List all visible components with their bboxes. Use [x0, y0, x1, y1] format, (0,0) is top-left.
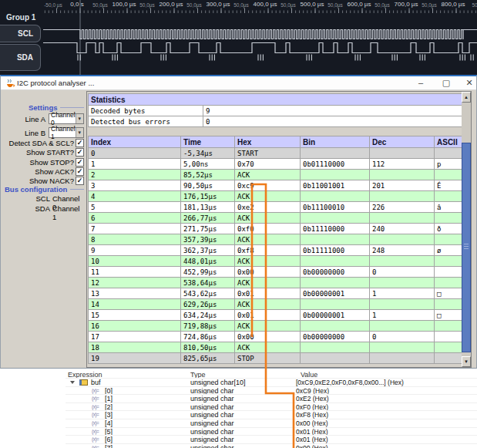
expressions-panel: Expression Type Value bufunsigned char[1…: [0, 369, 477, 448]
watch-row[interactable]: (x)=[6]unsigned char0x01 (Hex): [0, 436, 477, 443]
decoded-bytes-table[interactable]: IndexTimeHexBinDecASCII 0-5,34µsSTART15,…: [88, 136, 463, 364]
watch-value: 0xF0 (Hex): [296, 403, 328, 411]
column-header-hex[interactable]: Hex: [235, 136, 301, 148]
table-cell: 11: [89, 267, 181, 278]
watch-row[interactable]: (x)=[2]unsigned char0xF0 (Hex): [0, 403, 477, 411]
table-cell: [370, 299, 435, 310]
expand-chevron-icon[interactable]: [70, 381, 75, 384]
checkbox[interactable]: ✓: [76, 158, 84, 167]
array-icon: [79, 379, 88, 386]
table-row[interactable]: 14629,26µsACK: [89, 299, 463, 310]
ruler-major-label: 300,0 µs: [207, 1, 230, 8]
window-titlebar[interactable]: I2C protocol analyser ... – ▢ ✕: [1, 76, 476, 90]
table-row[interactable]: 15,00ns0x700b01110000112p: [89, 159, 463, 170]
table-cell: 14: [89, 299, 181, 310]
watch-type: unsigned char: [190, 419, 234, 427]
close-button[interactable]: ✕: [459, 77, 477, 89]
table-cell: ACK: [235, 213, 301, 224]
table-cell: 16: [89, 321, 181, 332]
minimize-button[interactable]: –: [411, 77, 431, 89]
table-row[interactable]: 0-5,34µsSTART: [89, 148, 463, 159]
watch-row[interactable]: (x)=[3]unsigned char0xF8 (Hex): [0, 411, 477, 419]
time-ruler[interactable]: 0,0 s100,0 µs200,0 µs300,0 µs400,0 µs500…: [0, 0, 477, 14]
table-cell: -5,34µs: [181, 148, 235, 159]
watch-type: unsigned char: [190, 403, 234, 411]
table-row[interactable]: 16719,88µsACK: [89, 321, 463, 332]
section-separator: [60, 107, 84, 108]
table-cell: 810,50µs: [181, 342, 235, 353]
checkbox[interactable]: ✓: [76, 177, 84, 185]
maximize-button[interactable]: ▢: [436, 77, 456, 89]
table-row[interactable]: 17724,86µs0x000b000000000: [89, 332, 463, 342]
table-cell: 176,15µs: [181, 191, 235, 202]
column-header-index[interactable]: Index: [89, 136, 181, 148]
variable-icon: (x)=: [92, 420, 99, 426]
checkbox[interactable]: ✓: [76, 139, 84, 147]
table-cell: [301, 234, 370, 245]
watch-row[interactable]: (x)=[7]unsigned char0x00 (Hex): [0, 444, 477, 448]
watch-type: unsigned char: [190, 428, 234, 436]
table-row[interactable]: 15634,24µs0x010b000000011□: [89, 310, 463, 321]
table-row[interactable]: 18810,50µsACK: [89, 342, 463, 353]
stat-label: Decoded bytes: [89, 106, 203, 116]
table-cell: 8: [89, 234, 181, 245]
i2c-analyser-window: I2C protocol analyser ... – ▢ ✕ Settings…: [0, 75, 477, 369]
column-header-time[interactable]: Time: [181, 136, 235, 148]
table-row[interactable]: 12538,64µsACK: [89, 278, 463, 288]
checkbox[interactable]: ✓: [76, 167, 84, 176]
table-row[interactable]: 10448,01µsACK: [89, 256, 463, 267]
channel-select[interactable]: Channel 1▼: [49, 127, 84, 138]
watch-value: 0xE2 (Hex): [296, 395, 329, 403]
ruler-major-label: 200,0 µs: [160, 1, 183, 8]
channel-select[interactable]: Channel 0▼: [49, 113, 84, 124]
line-select-row: Line BChannel 1▼: [1, 127, 84, 139]
table-row[interactable]: 390,50µs0xc90b11001001201É: [89, 180, 463, 191]
table-cell: [370, 234, 435, 245]
watch-row[interactable]: (x)=[5]unsigned char0x01 (Hex): [0, 428, 477, 436]
table-row[interactable]: 8357,39µsACK: [89, 234, 463, 245]
scroll-down-arrow-icon[interactable]: ▼: [462, 356, 471, 367]
watch-value: 0x00 (Hex): [296, 419, 328, 427]
table-cell: [301, 148, 370, 159]
table-cell: ACK: [235, 191, 301, 202]
group-label: Group 1: [6, 13, 35, 22]
column-header-bin[interactable]: Bin: [301, 136, 370, 148]
checkbox[interactable]: ✓: [76, 148, 84, 157]
scrollbar-thumb[interactable]: [462, 143, 471, 352]
table-cell: 17: [89, 332, 181, 342]
table-cell: [301, 342, 370, 353]
ruler-major-label: 0,0 s: [70, 1, 83, 8]
watch-expression-label: [4]: [105, 419, 113, 427]
table-row[interactable]: 285,52µsACK: [89, 170, 463, 180]
statistics-row: Detected bus errors0: [89, 116, 463, 127]
column-header-dec[interactable]: Dec: [370, 136, 435, 148]
table-cell: 1: [370, 288, 435, 299]
table-row[interactable]: 13543,62µs0x010b000000011□: [89, 288, 463, 299]
chevron-down-icon[interactable]: ▼: [76, 114, 83, 123]
table-cell: [301, 191, 370, 202]
option-row: Show START?✓: [1, 148, 86, 157]
channel-button-scl[interactable]: SCL: [0, 25, 41, 42]
table-row[interactable]: 6266,77µsACK: [89, 213, 463, 224]
table-row[interactable]: 7271,75µs0xf00b11110000240ð: [89, 224, 463, 234]
table-row[interactable]: 5181,13µs0xe20b11100010226â: [89, 202, 463, 213]
table-cell: 357,39µs: [181, 234, 235, 245]
table-cell: [370, 256, 435, 267]
watch-row[interactable]: (x)=[0]unsigned char0xC9 (Hex): [0, 387, 477, 395]
watch-row[interactable]: bufunsigned char[10][0xC9,0xE2,0xF0,0xF8…: [0, 379, 477, 386]
scroll-up-arrow-icon[interactable]: ▲: [462, 92, 471, 103]
table-cell: 266,77µs: [181, 213, 235, 224]
table-row[interactable]: 11452,99µs0x000b000000000: [89, 267, 463, 278]
watch-row[interactable]: (x)=[1]unsigned char0xE2 (Hex): [0, 395, 477, 403]
channel-button-sda[interactable]: SDA: [0, 44, 41, 71]
table-cell: 0b00000000: [301, 267, 370, 278]
watch-row[interactable]: (x)=[4]unsigned char0x00 (Hex): [0, 419, 477, 427]
table-cell: 0xf0: [235, 224, 301, 234]
table-cell: 0x00: [235, 267, 301, 278]
chevron-down-icon[interactable]: ▼: [76, 128, 83, 137]
column-header-ascii[interactable]: ASCII: [435, 136, 463, 148]
table-row[interactable]: 19825,65µsSTOP: [89, 353, 463, 364]
table-scrollbar[interactable]: ▲ ▼: [462, 92, 471, 367]
table-row[interactable]: 4176,15µsACK: [89, 191, 463, 202]
table-row[interactable]: 9362,37µs0xf80b11111000248ø: [89, 245, 463, 256]
